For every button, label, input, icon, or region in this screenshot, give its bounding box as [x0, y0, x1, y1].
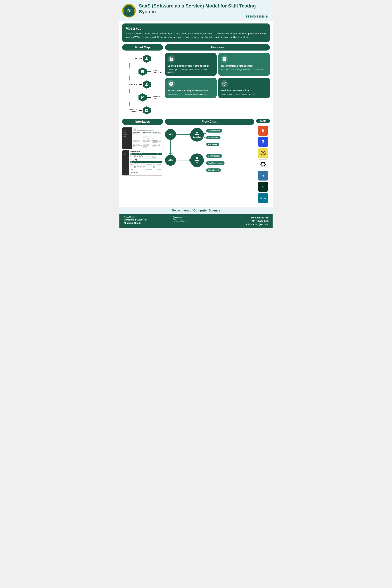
feature-card-2: Test Creation & Management Administrator… — [218, 53, 270, 76]
logo-laurel — [123, 5, 135, 16]
features-title: Features — [165, 44, 270, 50]
roadmap-label-candidate: CANDIDATE — [126, 84, 138, 86]
feature-title-1: User Registration and Authentication — [168, 64, 214, 68]
fc-arrowhead-ats-sts — [169, 153, 172, 155]
mockup-admin: Add New Quiz Draft Quizzes Change Passwo… — [122, 127, 163, 149]
roadmap-row-report: GENERATEREPORT — [126, 106, 163, 114]
flowchart-diagram: ATS STS Candidate — [165, 127, 254, 192]
tool-js: JS — [258, 148, 268, 158]
available-table: Quiz TitleStart TimeEnd TimeAnnouncement… — [130, 152, 162, 158]
roadmap-arrow-report — [139, 110, 142, 110]
nav-item-draft[interactable]: Draft Quizzes — [123, 130, 131, 132]
roadmap-section: Road Map HR TE — [122, 44, 163, 116]
session-label: SESSION 2020-24 — [139, 15, 268, 18]
supervisor-label: Supervisor: — [173, 216, 219, 218]
fc-label-auth-2: Authentication — [206, 154, 222, 158]
attempted-title: Attempted Quizzes — [130, 159, 162, 160]
tool-python: Py — [258, 171, 268, 180]
fc-label-attempt: Attempt Test — [206, 136, 220, 139]
attempted-table: Quiz TitleStart TimeEnd TimeAnnouncement… — [130, 161, 162, 171]
nav-logout[interactable]: Logout — [123, 153, 128, 155]
nav-item-logout[interactable]: Logout — [123, 136, 131, 137]
feature-title-3: Assessment and Report Generation — [168, 89, 214, 92]
future-title: Future Quizzes — [130, 172, 162, 173]
supervisor-3: HR Force Int. (Pvt.) Ltd — [222, 223, 268, 226]
roadmap-row-attempt: ATTEMPTQUIZ — [126, 94, 163, 102]
credits-footer: Group Members: Muhammad Sultan Ali Abuba… — [120, 214, 272, 228]
mf-6: Manage Participants Add and manage quiz … — [152, 138, 162, 143]
future-empty: No Quiz to be started later — [130, 173, 162, 175]
fc-arrow-sts-hr — [176, 160, 190, 160]
table-row: Quiz 9Jan 20, 2024, 4:41 p.m.Jan 20, 202… — [130, 168, 162, 171]
fc-line-auth-1 — [204, 134, 206, 134]
feature-card-1: User Registration and Authentication Sec… — [165, 53, 216, 76]
fc-hr-label: HR — [196, 162, 198, 164]
main-content: Road Map HR TE — [120, 44, 272, 116]
interfaces-section: Interfaces Add New Quiz Draft Quizzes Ch… — [122, 118, 163, 176]
header: N SaaS (Software as a Service) Model for… — [120, 0, 272, 21]
fc-line-discussion — [204, 142, 206, 142]
roadmap-hex-hr — [142, 54, 151, 63]
nav-profile[interactable]: Profile — [123, 151, 128, 153]
fc-line-showreport — [204, 167, 206, 168]
fc-arrow-ats-cand — [176, 134, 190, 134]
roadmap-label-hr: HR — [126, 58, 138, 60]
mf-8: Email Integration Configure email creden… — [142, 144, 152, 148]
nav-item-add[interactable]: Add New Quiz — [123, 128, 131, 130]
mockup-nav-1: Add New Quiz Draft Quizzes Change Passwo… — [122, 128, 132, 149]
mf-5: Discussion Forums Engage in discussions … — [142, 138, 152, 143]
roadmap-connector-2 — [130, 76, 130, 80]
lower-section: Interfaces Add New Quiz Draft Quizzes Ch… — [120, 116, 272, 207]
tool-github — [258, 160, 268, 169]
roadmap-label-report: GENERATEREPORT — [126, 109, 138, 112]
mockup-admin-layout: Add New Quiz Draft Quizzes Change Passwo… — [122, 128, 163, 149]
nav-item-change[interactable]: Change Password — [123, 132, 131, 136]
interfaces-title: Interfaces — [122, 118, 163, 125]
mockup-main-1: Hey, Hrforce You can now utilize the fol… — [132, 128, 163, 149]
credits-members: Group Members: Muhammad Sultan Ali Abuba… — [124, 216, 170, 225]
roadmap-connector-4 — [130, 102, 130, 106]
roadmap-title: Road Map — [122, 44, 163, 50]
department-footer: Department of Computer Science — [120, 207, 272, 214]
roadmap-arrow-attempt — [147, 97, 151, 98]
roadmap-arrow-candidate — [139, 84, 142, 85]
mockup-candidate: Profile Logout Available Quizzes Quiz Ti… — [122, 150, 163, 176]
mockup2-layout: Profile Logout Available Quizzes Quiz Ti… — [122, 150, 163, 176]
features-section: Features User Registration and Authentic… — [165, 44, 270, 116]
department-name: Department of Computer Science — [172, 209, 220, 212]
fc-line-testmgmt — [204, 163, 206, 163]
tools-title: Tools — [256, 118, 270, 123]
roadmap-row-test: TESTCREATION — [126, 68, 163, 76]
flowchart-title: Flow Chart — [165, 118, 254, 125]
member-1: Muhammad Sultan Ali — [124, 218, 170, 222]
fc-node-ats: ATS — [165, 129, 176, 140]
member-2: Abubakar Bhatti — [124, 221, 170, 225]
feature-icon-realtime — [221, 80, 228, 88]
mf-3: Set Time Limits Configure time limits fo… — [152, 132, 162, 138]
roadmap-row-candidate: CANDIDATE — [126, 80, 163, 89]
roadmap-connector-1 — [130, 63, 130, 68]
feature-icon-user-auth — [168, 55, 175, 63]
table-row: HiringJan 21, 2024, 5:13 p.m.Jan 21, 202… — [130, 155, 162, 158]
mf-2: Various Question Types Include MCQs, Sub… — [142, 132, 152, 138]
mf-9: Generate Report Attempted Quizzes Report… — [152, 144, 162, 148]
fc-node-candidate: Candidate — [190, 128, 204, 142]
feature-icon-assessment — [168, 80, 175, 88]
group-label: Group Members: — [124, 216, 170, 218]
mockup-features: Create Quizzes Effortlessly create quizz… — [132, 132, 162, 148]
credits-supervisor-names: Mr. Shahzad Arif Mr. Rizwan Butt HR Forc… — [222, 216, 268, 226]
fc-arrow-ats-sts — [170, 140, 171, 154]
feature-desc-4: Tracks test progress and updates in real… — [221, 93, 268, 96]
cosupervisor-label: Co-supervisor: — [173, 218, 219, 220]
fc-node-hr: HR — [190, 154, 204, 167]
poster: N SaaS (Software as a Service) Model for… — [120, 0, 272, 228]
feature-card-3: Assessment and Report Generation Automat… — [165, 78, 216, 98]
feature-title-2: Test Creation & Management — [221, 64, 268, 68]
roadmap-hex-report — [142, 106, 151, 114]
feature-icon-test — [221, 55, 228, 63]
fc-label-auth-1: Authentication — [206, 129, 222, 132]
header-text: SaaS (Software as a Service) Model for S… — [139, 3, 268, 18]
features-grid: User Registration and Authentication Sec… — [165, 53, 270, 98]
abstract-section: Abstract A SaaS-based skill testing to m… — [122, 24, 270, 42]
fc-candidate-label: Candidate — [193, 136, 201, 138]
